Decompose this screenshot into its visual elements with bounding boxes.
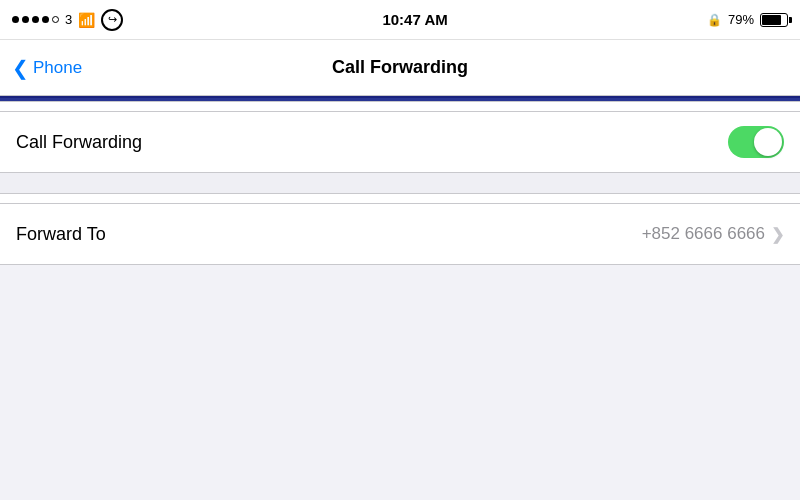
- signal-dot-3: [32, 16, 39, 23]
- page-title: Call Forwarding: [332, 57, 468, 78]
- status-bar: 3 📶 ↪ 10:47 AM 🔒 79%: [0, 0, 800, 40]
- forward-to-phone-number: +852 6666 6666: [642, 224, 765, 244]
- forward-to-group: Forward To +852 6666 6666 ❯: [0, 193, 800, 265]
- back-button-label: Phone: [33, 58, 82, 78]
- battery-icon: [760, 13, 788, 27]
- call-forwarding-toggle[interactable]: [728, 126, 784, 158]
- forward-to-value-container: +852 6666 6666 ❯: [642, 224, 784, 244]
- top-spacer-row: [0, 102, 800, 112]
- status-right: 🔒 79%: [707, 12, 788, 27]
- lock-icon: 🔒: [707, 13, 722, 27]
- signal-dot-2: [22, 16, 29, 23]
- back-chevron-icon: ❮: [12, 58, 29, 78]
- settings-content: Call Forwarding Forward To +852 6666 666…: [0, 101, 800, 265]
- signal-dot-4: [42, 16, 49, 23]
- carrier-name: 3: [65, 12, 72, 27]
- signal-dots: [12, 16, 59, 23]
- status-time: 10:47 AM: [382, 11, 447, 28]
- status-left: 3 📶 ↪: [12, 9, 123, 31]
- battery-fill: [762, 15, 781, 25]
- chevron-right-icon: ❯: [771, 225, 784, 244]
- back-button[interactable]: ❮ Phone: [12, 58, 82, 78]
- toggle-knob: [754, 128, 782, 156]
- call-forwarding-group: Call Forwarding: [0, 101, 800, 173]
- call-forwarding-label: Call Forwarding: [16, 132, 142, 153]
- forward-to-label: Forward To: [16, 224, 106, 245]
- call-forwarding-row: Call Forwarding: [0, 112, 800, 172]
- battery-percent: 79%: [728, 12, 754, 27]
- signal-dot-5: [52, 16, 59, 23]
- forward-top-spacer: [0, 194, 800, 204]
- forward-to-row[interactable]: Forward To +852 6666 6666 ❯: [0, 204, 800, 264]
- call-forwarding-status-icon: ↪: [101, 9, 123, 31]
- wifi-icon: 📶: [78, 12, 95, 28]
- signal-dot-1: [12, 16, 19, 23]
- navigation-bar: ❮ Phone Call Forwarding: [0, 40, 800, 96]
- group-spacer: [0, 173, 800, 193]
